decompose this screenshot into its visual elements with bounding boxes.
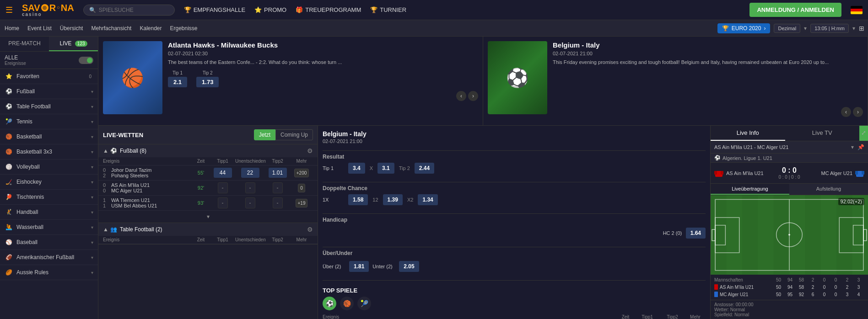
pitch-tab-aufstellung[interactable]: Aufstellung (789, 184, 868, 195)
fussball-settings-icon[interactable]: ⚙ (307, 147, 313, 154)
match-row-2[interactable]: 0 AS Ain M'lila U21 0 MC Alger U21 92' - (98, 181, 318, 196)
top-icon-tennis[interactable]: 🎾 (357, 297, 371, 310)
tf-header-unentschieden: Unentschieden (235, 237, 265, 242)
sidebar-item-tennis[interactable]: 🎾 Tennis ▾ (0, 114, 98, 129)
selector-dropdown-icon[interactable]: ▾ (851, 144, 854, 150)
sidebar-item-basketball[interactable]: 🏀 Basketball ▾ (0, 129, 98, 144)
table-football-settings-icon[interactable]: ⚙ (307, 226, 313, 233)
hc2-odd[interactable]: 1.64 (686, 228, 706, 239)
svg-rect-5 (862, 171, 864, 175)
tip1-val[interactable]: 2.1 (168, 77, 187, 87)
sidebar-item-volleyball[interactable]: 🏐 Volleyball ▾ (0, 160, 98, 175)
sport-header-fussball[interactable]: ▲ ⚽ Fußball (8) ⚙ (98, 144, 318, 157)
odd-tipp1-2: - (218, 182, 228, 193)
tab-live-tv[interactable]: Live TV (785, 126, 860, 141)
league-soccer-icon: ⚽ (714, 155, 721, 161)
subnav-home[interactable]: Home (4, 23, 20, 33)
tab-live-info[interactable]: Live Info (711, 126, 785, 141)
sidebar-item-eishockey[interactable]: 🏒 Eishockey ▾ (0, 175, 98, 190)
featured-prev-2[interactable]: ‹ (841, 107, 851, 117)
uber-odd[interactable]: 1.81 (349, 261, 369, 272)
odd-tipp1-1[interactable]: 44 (214, 168, 232, 178)
bottom-section: LIVE-WETTEN Jetzt Coming Up ▲ ⚽ Fußball … (98, 126, 868, 319)
sidebar-item-aussie-rules[interactable]: 🏉 Aussie Rules ▾ (0, 265, 98, 280)
subnav-eventlist[interactable]: Event List (27, 23, 53, 33)
top-icon-soccer[interactable]: ⚽ (323, 297, 336, 310)
sidebar-item-table-football[interactable]: ⚽ Table Football ▾ (0, 99, 98, 114)
turnier-icon: 🏆 (370, 6, 377, 13)
dc-1x-odd[interactable]: 1.58 (348, 194, 368, 205)
sidebar-item-am-fussball[interactable]: 🏈 Amerikanischer Fußball ▾ (0, 250, 98, 265)
unter-odd[interactable]: 2.05 (399, 261, 419, 272)
tab-live[interactable]: LIVE 123 (49, 37, 98, 51)
featured-card-1: 🏀 Atlanta Hawks - Milwaukee Bucks 02-07-… (98, 37, 483, 125)
sub-nav: Home Event List Übersicht Mehrfachansich… (0, 20, 868, 37)
nav-treueprogramm[interactable]: 🎁 TREUEPROGRAMM (296, 6, 361, 13)
svg-rect-2 (721, 171, 723, 175)
featured-next-2[interactable]: › (853, 107, 863, 117)
tip2-val[interactable]: 1.73 (196, 77, 219, 87)
nav-empfangshalle[interactable]: 🏆 EMPFANGSHALLE (184, 6, 245, 13)
hamburger-menu[interactable]: ☰ (5, 5, 13, 15)
more-btn-2[interactable]: 0 (298, 184, 305, 192)
calculator-icon[interactable]: ⊞ (859, 25, 864, 32)
stats-header: Mannschaften 50 94 58 2 0 0 2 3 (714, 276, 864, 283)
sidebar-item-tischtennis[interactable]: 🏓 Tischtennis ▾ (0, 190, 98, 205)
more-btn-3[interactable]: +19 (296, 199, 308, 207)
match-teams-1: 0 Johor Darul Tazim 2 Pohang Steelers (103, 167, 192, 178)
subnav-ergebnisse[interactable]: Ergebnisse (169, 23, 199, 33)
nav-promo[interactable]: ⭐ PROMO (254, 6, 286, 13)
x-odd[interactable]: 3.1 (377, 163, 394, 174)
half-time-score: 0 : 0 | 0 : 0 (777, 175, 801, 180)
sidebar-item-wasserball[interactable]: 🤽 Wasserball ▾ (0, 220, 98, 235)
match-row-3[interactable]: 1 WA Tlemcen U21 1 USM Bel Abbes U21 93'… (98, 196, 318, 211)
sport-header-table-football[interactable]: ▲ 👥 Table Football (2) ⚙ (98, 223, 318, 236)
sport-section-fussball: ▲ ⚽ Fußball (8) ⚙ Ereignis Zeit Tipp1 Un… (98, 144, 318, 223)
sidebar-item-fussball[interactable]: ⚽ Fußball ▾ (0, 84, 98, 99)
basketball3x3-chevron: ▾ (91, 149, 93, 154)
sidebar-item-basketball3x3[interactable]: 🏀 Basketball 3x3 ▾ (0, 144, 98, 160)
odd-unent-2: - (245, 182, 255, 193)
nav-turnier[interactable]: 🏆 TURNIER (370, 6, 406, 13)
selector-pin-icon[interactable]: 📌 (857, 144, 864, 150)
dc-x2-odd[interactable]: 1.34 (418, 194, 437, 205)
ts-header-mehr: Mehr (685, 314, 706, 319)
odd-tipp2-1[interactable]: 1.01 (269, 168, 287, 178)
stats-t2-v0: 50 (773, 292, 784, 297)
featured-next-1[interactable]: › (468, 91, 478, 101)
match-row-1[interactable]: 0 Johor Darul Tazim 2 Pohang Steelers 55… (98, 165, 318, 181)
more-btn-1[interactable]: +200 (294, 169, 309, 177)
search-bar[interactable]: 🔍 (83, 5, 175, 16)
subnav-kalender[interactable]: Kalender (139, 23, 162, 33)
odd-unent-1[interactable]: 22 (241, 168, 259, 178)
stats-col-2: 58 (796, 277, 807, 282)
dezimal-dropdown[interactable]: Dezimal (774, 24, 800, 33)
tab-coming-up[interactable]: Coming Up (275, 129, 313, 140)
subnav-ubersicht[interactable]: Übersicht (59, 23, 84, 33)
top-icon-basketball[interactable]: 🏀 (340, 297, 354, 310)
expand-fussball[interactable]: ▾ (98, 211, 318, 223)
dc-12-odd[interactable]: 1.39 (383, 194, 403, 205)
pitch-tab-live[interactable]: Liveübertragung (711, 184, 789, 195)
tip2-odd[interactable]: 2.44 (415, 163, 434, 174)
search-input[interactable] (99, 7, 163, 13)
stats-row-2: MC Alger U21 50 95 92 6 0 0 3 4 (714, 291, 864, 298)
logo[interactable]: SAV◎R○NA casino (22, 3, 74, 17)
tab-jetzt[interactable]: Jetzt (254, 129, 275, 140)
login-button[interactable]: ANMELDUNG / ANMELDEN (749, 3, 841, 17)
svg-rect-1 (714, 171, 717, 175)
pitch-sub-tabs: Liveübertragung Aufstellung (711, 184, 868, 195)
sidebar-item-handball[interactable]: 🤾 Handball ▾ (0, 205, 98, 220)
tab-expand[interactable]: ⤢ (859, 126, 868, 141)
time-dropdown[interactable]: 13:05 | H:mm (810, 24, 849, 33)
subnav-mehrfachansicht[interactable]: Mehrfachansicht (90, 23, 132, 33)
featured-prev-1[interactable]: ‹ (456, 91, 466, 101)
euro-badge[interactable]: 🏆 EURO 2020 › (717, 23, 771, 33)
sidebar-label-am-fussball: Amerikanischer Fußball (16, 254, 91, 261)
language-flag-de[interactable] (851, 6, 863, 14)
tab-pre-match[interactable]: PRE-MATCH (0, 37, 49, 51)
sidebar-item-baseball[interactable]: ⚾ Baseball ▾ (0, 235, 98, 250)
tip1-odd[interactable]: 3.4 (348, 163, 365, 174)
sidebar-item-favoriten[interactable]: ⭐ Favoriten 0 (0, 69, 98, 84)
all-toggle[interactable] (79, 57, 93, 64)
